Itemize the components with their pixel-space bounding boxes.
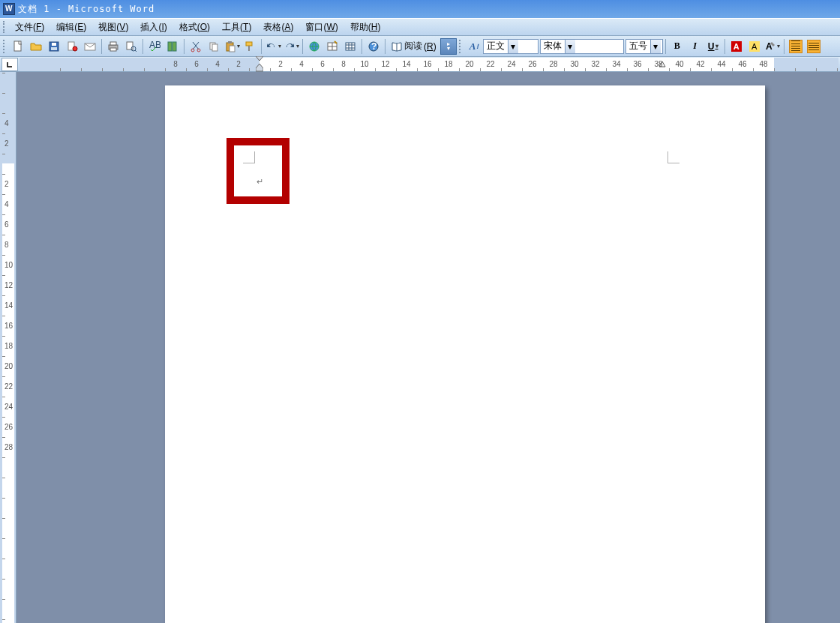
tables-borders-button[interactable] [324,38,340,55]
chevron-down-icon[interactable]: ▾ [296,43,299,49]
align-distribute-button[interactable] [806,38,822,55]
menu-grip[interactable] [3,21,6,33]
chevron-down-icon[interactable]: ▾ [650,40,661,53]
separator [784,39,784,54]
print-preview-button[interactable] [123,38,140,55]
chevron-down-icon[interactable]: ▾ [565,40,575,53]
chevron-down-icon[interactable]: ▾ [508,40,518,53]
chevron-down-icon[interactable]: ▾ [716,43,718,49]
spelling-button[interactable]: ABC [146,38,163,55]
horizontal-ruler[interactable]: 8642246810121416182022242628303234363840… [20,58,838,71]
undo-button[interactable]: ▾ [265,38,281,55]
insert-table-button[interactable] [342,38,358,55]
ruler-number: 14 [402,60,410,68]
menu-file[interactable]: 文件(F) [9,19,50,35]
chevron-down-icon[interactable]: ▾ [777,43,780,49]
margin-corner-top-right [668,151,680,163]
style-combo[interactable]: 正文 ▾ [483,39,538,54]
ruler-number: 6 [4,220,9,229]
mail-button[interactable] [82,38,98,55]
tab-selector[interactable] [2,58,18,71]
workspace: 42246810121416182022242628 ↵ [0,72,840,623]
vertical-ruler-strip: 42246810121416182022242628 [0,72,16,623]
ruler-number: 34 [612,60,620,68]
menu-window[interactable]: 窗口(W) [299,19,344,35]
align-left-button[interactable] [788,38,804,55]
svg-text:?: ? [371,41,376,52]
new-button[interactable] [10,38,26,55]
char-shading-button[interactable]: A▾ [764,38,781,55]
char-border-icon: A [731,41,742,52]
font-size-combo[interactable]: 五号 ▾ [626,39,663,54]
toolbar-overflow-button[interactable]: ▸▾ [440,38,457,55]
help-button[interactable]: ? [365,38,382,55]
formatting-grip[interactable] [459,40,462,53]
ruler-number: 4 [4,119,9,127]
copy-button[interactable] [206,38,222,55]
ruler-number: 8 [173,60,178,68]
styles-pane-button[interactable]: A⁞ [466,38,482,55]
svg-rect-13 [168,42,172,51]
svg-rect-21 [230,46,235,52]
svg-rect-3 [51,47,57,50]
svg-rect-22 [246,42,252,46]
char-border-button[interactable]: A [728,38,745,55]
svg-rect-2 [52,43,56,46]
ruler-number: 16 [4,322,13,330]
ruler-number: 10 [4,261,13,269]
research-button[interactable] [164,38,181,55]
menu-insert[interactable]: 插入(I) [134,19,172,35]
toolbar-grip[interactable] [3,40,6,53]
ruler-number: 8 [4,241,9,249]
separator [302,39,303,54]
svg-rect-26 [346,43,355,50]
separator [101,39,102,54]
title-bar: 文档 1 - Microsoft Word [0,0,840,18]
menu-help[interactable]: 帮助(H) [344,19,387,35]
svg-rect-18 [212,44,218,51]
permission-button[interactable] [64,38,80,55]
chevron-down-icon[interactable]: ▾ [278,43,281,49]
menu-edit[interactable]: 编辑(E) [50,19,92,35]
menu-table[interactable]: 表格(A) [257,19,299,35]
cut-button[interactable] [188,38,204,55]
chevron-down-icon[interactable]: ▾ [237,43,240,49]
paste-button[interactable]: ▾ [224,38,240,55]
svg-rect-14 [172,42,176,51]
highlight-button[interactable]: A [746,38,763,55]
ruler-number: 28 [549,60,557,68]
ruler-number: 18 [444,60,452,68]
highlight-box [226,138,290,204]
page[interactable]: ↵ [165,85,765,623]
reading-layout-button[interactable]: 阅读(R) [388,38,440,55]
font-combo[interactable]: 宋体 ▾ [540,39,624,54]
toolbar: ABC ▾ ▾ ▾ ? 阅读(R) ▸▾ A⁞ 正文 ▾ 宋体 ▾ 五号 ▾ B… [0,36,840,57]
bold-button[interactable]: B [669,38,686,55]
print-button[interactable] [105,38,122,55]
hyperlink-button[interactable] [306,38,322,55]
ruler-number: 26 [528,60,536,68]
ruler-number: 46 [738,60,746,68]
separator [385,39,386,54]
separator [665,39,666,54]
format-painter-button[interactable] [242,38,258,55]
redo-button[interactable]: ▾ [283,38,299,55]
separator [184,39,184,54]
ruler-number: 24 [4,403,13,411]
menu-tools[interactable]: 工具(T) [216,19,257,35]
menu-view[interactable]: 视图(V) [92,19,134,35]
underline-button[interactable]: U▾ [705,38,722,55]
italic-button[interactable]: I [687,38,704,55]
menu-format[interactable]: 格式(O) [173,19,216,35]
open-button[interactable] [28,38,44,55]
right-indent-marker[interactable] [658,60,666,68]
ruler-number: 30 [570,60,578,68]
svg-rect-10 [127,42,133,49]
ruler-number: 44 [717,60,725,68]
ruler-number: 4 [4,200,9,208]
char-shading-icon: A [764,40,776,52]
save-button[interactable] [46,38,62,55]
ruler-number: 22 [486,60,494,68]
document-area[interactable]: ↵ [16,72,840,623]
vertical-ruler[interactable]: 42246810121416182022242628 [2,72,14,623]
